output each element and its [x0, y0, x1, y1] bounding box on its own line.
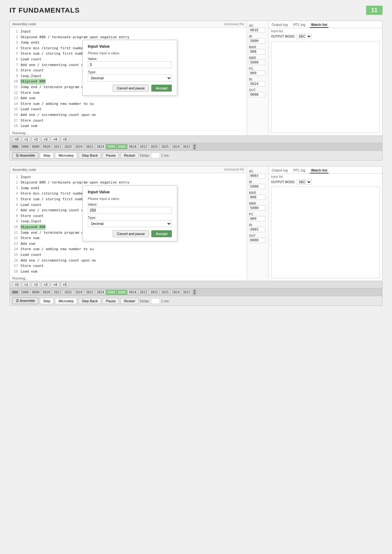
memory-scroll[interactable]: ▲▼ — [193, 289, 196, 295]
memory-cell: 3023 — [85, 290, 95, 295]
reg-mbr-2: MBR 5000 — [247, 201, 268, 211]
modal-value-label-2: Value: — [88, 202, 172, 206]
memory-cell: 901A — [128, 290, 138, 295]
step-offset-button[interactable]: +4 — [51, 282, 59, 287]
step-offset-button[interactable]: +1 — [22, 282, 31, 287]
output-mode-select-2[interactable]: DECHEXBIN — [297, 179, 312, 185]
modal-type-select-1[interactable]: DecimalHexadecimalBinary — [88, 75, 172, 81]
output-tabs-1: Output log RTL log Watch list — [268, 22, 382, 28]
tab-output-log-2[interactable]: Output log — [270, 168, 289, 173]
step-offset-button[interactable]: +5 — [61, 282, 69, 287]
scroll-down-icon[interactable]: ▼ — [193, 292, 196, 295]
step-back-button-2[interactable]: Step Back — [78, 298, 101, 304]
memory-scroll[interactable]: ▲▼ — [193, 144, 196, 150]
modal-title-2: Input Value — [88, 190, 172, 194]
reg-pc-2: PC 009 — [247, 212, 268, 222]
reg-ir-1: IR 5000 — [247, 34, 268, 44]
modal-type-label-1: Type: — [88, 70, 172, 74]
input-value-modal-2: Input Value Please input a value. Value:… — [82, 185, 177, 241]
memory-cell: 2024 — [95, 144, 106, 149]
output-mode-label-2: OUTPUT MODE: — [271, 180, 295, 184]
scroll-down-icon[interactable]: ▼ — [193, 147, 196, 150]
code-line: 2Skipcond 800 / terminate program upon n… — [10, 180, 247, 185]
memory-cell: 8800 — [31, 290, 41, 295]
memory-row-2: 0005000880090202021202510243023202450008… — [10, 288, 382, 296]
memory-cell: 901A — [128, 144, 138, 149]
code-line: 1Input — [10, 174, 247, 180]
modal-value-input-1[interactable] — [88, 61, 172, 68]
assembly-label-1: Assembly code: — [12, 22, 37, 26]
reg-in-2: IN X003 — [247, 223, 268, 233]
assemble-button-2[interactable]: ☰ Assemble — [12, 298, 39, 304]
modal-footer-2: Cancel and pause Accept — [88, 230, 172, 237]
reg-mbr-1: MBR 5000 — [247, 56, 268, 66]
scroll-up-icon[interactable]: ▲ — [193, 144, 196, 147]
assembly-header-2: Assembly code: Autosaved file — [10, 166, 247, 173]
page-title: IT FUNDAMENTALS — [9, 6, 80, 15]
restart-button-1[interactable]: Restart — [120, 152, 138, 159]
delay-input-1[interactable] — [151, 153, 160, 158]
code-line: 15Load count — [10, 252, 247, 258]
step-offset-button[interactable]: +3 — [41, 137, 50, 142]
modal-value-label-1: Value: — [88, 57, 172, 61]
table-icon-2: ☰ — [16, 299, 19, 303]
table-icon-1: ☰ — [16, 154, 19, 157]
reg-ir-2: IR 5000 — [247, 180, 268, 190]
step-offset-button[interactable]: +4 — [51, 137, 59, 142]
code-line: 15Load count — [10, 106, 247, 112]
output-log-area-1 — [271, 41, 380, 133]
delay-input-2[interactable] — [151, 298, 160, 304]
step-button-2[interactable]: Step — [40, 298, 54, 304]
memory-cell: 2025 — [63, 144, 73, 149]
input-list-label-2: Input list — [268, 174, 382, 179]
memory-row-1: 0005000880090202021202510243023202450008… — [10, 143, 382, 151]
microstep-button-2[interactable]: Microstep — [55, 298, 77, 304]
delay-ms-2: 1 ms — [161, 299, 169, 303]
microstep-button-1[interactable]: Microstep — [55, 152, 77, 159]
step-offset-button[interactable]: +0 — [12, 282, 21, 287]
step-back-button-1[interactable]: Step Back — [78, 152, 101, 159]
pause-button-1[interactable]: Pause — [102, 152, 119, 159]
memory-cell: 2021 — [52, 144, 62, 149]
output-section-1: Output log RTL log Watch list Input list… — [268, 21, 382, 135]
step-offset-button[interactable]: +2 — [32, 137, 40, 142]
scroll-up-icon[interactable]: ▲ — [193, 289, 196, 292]
memory-cell: 9020 — [41, 144, 51, 149]
memory-cell: 5000 — [106, 144, 116, 149]
tab-watch-list-2[interactable]: Watch list — [310, 168, 329, 173]
assemble-button-1[interactable]: ☰ Assemble — [12, 152, 39, 159]
step-button-1[interactable]: Step — [40, 152, 54, 159]
memory-cell: 2025 — [160, 290, 170, 295]
pause-button-2[interactable]: Pause — [102, 298, 119, 304]
output-mode-select-1[interactable]: DECHEXBIN — [297, 34, 312, 39]
tab-watch-list-1[interactable]: Watch list — [310, 22, 329, 28]
step-offset-button[interactable]: +3 — [41, 282, 50, 287]
reg-in-1: IN X024 — [247, 77, 268, 87]
modal-value-input-2[interactable] — [88, 207, 172, 214]
step-offset-button[interactable]: +5 — [61, 137, 69, 142]
step-offset-button[interactable]: +0 — [12, 137, 21, 142]
panel-1: Assembly code: Autosaved file 1Input2Ski… — [9, 21, 383, 160]
memory-cell: 1024 — [171, 144, 181, 149]
tab-rtl-log-2[interactable]: RTL log — [292, 168, 307, 173]
step-offset-button[interactable]: +2 — [32, 282, 40, 287]
memory-cell: 2025 — [160, 144, 170, 149]
modal-type-select-2[interactable]: DecimalHexadecimalBinary — [88, 220, 172, 227]
step-offset-button[interactable]: +1 — [22, 137, 31, 142]
register-section-1: AC 001E IR 5000 MAR 008 MBR 5000 PC 00 — [247, 21, 268, 135]
reg-pc-1: PC 009 — [247, 66, 268, 76]
modal-footer-1: Cancel and pause Accept — [88, 85, 172, 92]
tab-rtl-log-1[interactable]: RTL log — [292, 22, 307, 28]
restart-button-2[interactable]: Restart — [120, 298, 138, 304]
memory-cell: 2025 — [63, 290, 73, 295]
accept-button-2[interactable]: Accept — [151, 230, 172, 237]
memory-address: 000 — [12, 291, 18, 294]
register-section-2: AC 0003 IR 5000 MAR 008 MBR 5000 PC 00 — [247, 166, 268, 281]
tab-output-log-1[interactable]: Output log — [270, 22, 289, 28]
code-line: 17Store count — [10, 263, 247, 269]
delay-label-1: Delay: — [140, 154, 150, 157]
cancel-pause-button-2[interactable]: Cancel and pause — [113, 230, 149, 237]
accept-button-1[interactable]: Accept — [151, 85, 172, 92]
cancel-pause-button-1[interactable]: Cancel and pause — [113, 85, 149, 92]
output-section-2: Output log RTL log Watch list Input list… — [268, 166, 382, 281]
